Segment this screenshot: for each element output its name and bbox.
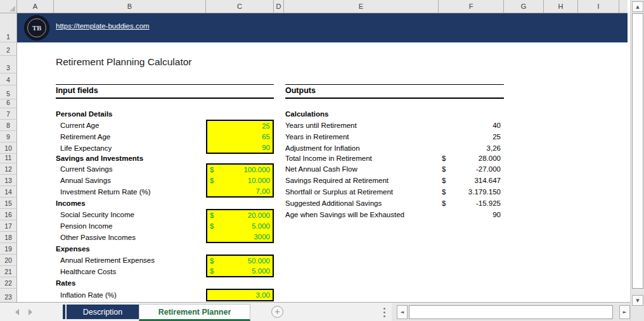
row-header-7[interactable]: 7 [0, 108, 16, 120]
column-header-a[interactable]: A [17, 0, 54, 13]
input-cell-other-passive-incomes[interactable]: 3000 [207, 231, 273, 242]
tab-overflow-dots-icon[interactable] [383, 308, 385, 319]
currency-symbol: $ [442, 154, 446, 163]
sheet-tab-strip: Description Retirement Planner + ◄ ► [0, 302, 630, 321]
column-header-c[interactable]: C [206, 0, 274, 13]
row-header-12[interactable]: 12 [0, 163, 16, 175]
input-cell-block-personal[interactable]: 25 65 90 [206, 120, 274, 154]
row-header-3[interactable]: 3 [0, 56, 16, 73]
output-row-savings-required-at-retirement: Savings Required at Retirement$314.647 [285, 175, 501, 186]
row-header-11[interactable]: 11 [0, 154, 16, 163]
row-header-15[interactable]: 15 [0, 198, 16, 209]
column-header-b[interactable]: B [54, 0, 206, 13]
output-row-years-until-retirement: Years until Retirement40 [285, 120, 501, 131]
input-cell-current-savings[interactable]: $100.000 [207, 165, 273, 175]
row-header-20[interactable]: 20 [0, 255, 16, 266]
hscroll-thumb[interactable] [409, 305, 613, 319]
input-cell-current-age[interactable]: 25 [207, 121, 273, 132]
output-value: -15.925 [476, 198, 501, 209]
input-label-annual-retirement-expenses: Annual Retirement Expenses [60, 255, 155, 266]
currency-symbol: $ [442, 198, 446, 209]
input-value: 5.000 [252, 222, 270, 230]
inputs-heading: Input fields [56, 84, 274, 99]
currency-symbol: $ [210, 257, 214, 265]
input-value: 65 [262, 133, 270, 141]
vscroll-thumb[interactable] [632, 13, 643, 289]
input-cell-healthcare-costs[interactable]: $5.000 [207, 266, 273, 276]
tab-retirement-planner[interactable]: Retirement Planner [139, 304, 250, 321]
add-sheet-button[interactable]: + [271, 306, 283, 318]
output-value: 314.647 [474, 175, 501, 186]
output-row-net-annual-cash-flow: Net Annual Cash Flow$-27.000 [285, 163, 501, 175]
page-title: Retirement Planning Calculator [56, 56, 192, 68]
row-header-2[interactable]: 2 [0, 42, 16, 56]
row-header-21[interactable]: 21 [0, 266, 16, 277]
input-cell-block-incomes[interactable]: $20.000 $5.000 3000 [206, 209, 274, 243]
hscroll-right-arrow[interactable]: ► [619, 305, 630, 319]
output-label: Years until Retirement [285, 120, 357, 131]
column-header-e[interactable]: E [284, 0, 439, 13]
row-header-13[interactable]: 13 [0, 175, 16, 186]
group-label-incomes: Incomes [56, 198, 86, 209]
row-header-16[interactable]: 16 [0, 209, 16, 220]
row-header-18[interactable]: 18 [0, 232, 16, 243]
currency-symbol: $ [442, 175, 446, 186]
output-label: Shortfall or Surplus at Retirement [285, 186, 393, 198]
vscroll-down-arrow[interactable]: ▼ [632, 295, 643, 306]
input-cell-annual-savings[interactable]: $10.000 [207, 175, 273, 186]
column-header-h[interactable]: H [544, 0, 578, 13]
column-header-i[interactable]: I [578, 0, 619, 13]
row-header-5[interactable]: 5 [0, 85, 16, 99]
row-header-17[interactable]: 17 [0, 220, 16, 232]
row-header-9[interactable]: 9 [0, 131, 16, 142]
brand-url-link[interactable]: https://template-buddies.com [56, 22, 150, 30]
input-cell-inflation-rate[interactable]: 3,00 [207, 290, 273, 300]
output-value: 3.179.150 [468, 186, 501, 198]
input-label-current-age: Current Age [60, 120, 99, 131]
row-header-6[interactable]: 6 [0, 99, 16, 108]
input-cell-social-security-income[interactable]: $20.000 [207, 210, 273, 221]
input-label-current-savings: Current Savings [60, 163, 112, 175]
input-cell-life-expectancy[interactable]: 90 [207, 142, 273, 153]
vscroll-up-arrow[interactable]: ▲ [632, 1, 643, 12]
input-label-inflation-rate: Inflation Rate (%) [60, 289, 117, 301]
tab-description[interactable]: Description [67, 305, 139, 319]
input-cell-investment-return-rate[interactable]: 7,00 [207, 186, 273, 196]
input-cell-block-savings[interactable]: $100.000 $10.000 7,00 [206, 163, 274, 198]
row-header-14[interactable]: 14 [0, 186, 16, 198]
column-header-d[interactable]: D [274, 0, 284, 13]
group-label-expenses: Expenses [56, 243, 90, 255]
brand-logo-icon: TB [24, 15, 49, 41]
row-header-1[interactable]: 1 [0, 13, 16, 42]
tab-scroll-left-icon[interactable] [15, 309, 19, 315]
row-header-22[interactable]: 22 [0, 277, 16, 289]
input-cell-retirement-age[interactable]: 65 [207, 132, 273, 142]
row-header-4[interactable]: 4 [0, 73, 16, 85]
output-row-shortfall-or-surplus: Shortfall or Surplus at Retirement$3.179… [285, 186, 501, 198]
input-cell-pension-income[interactable]: $5.000 [207, 221, 273, 232]
input-value: 25 [262, 122, 270, 130]
row-headers: 1 2 3 4 5 6 7 8 9 10 11 12 13 14 15 16 1… [0, 13, 17, 302]
vertical-scrollbar[interactable]: ▲ ▼ [630, 0, 644, 321]
output-value: -27.000 [476, 163, 501, 175]
input-value: 100.000 [243, 166, 270, 173]
output-row-total-income-in-retirement: Total Income in Retirement$28.000 [285, 154, 501, 163]
input-value: 7,00 [256, 187, 270, 195]
input-cell-annual-retirement-expenses[interactable]: $50.000 [207, 256, 273, 266]
input-label-other-passive-incomes: Other Passive Incomes [60, 232, 136, 243]
tab-scroll-right-icon[interactable] [29, 309, 32, 315]
column-header-partial[interactable] [619, 0, 628, 13]
column-header-f[interactable]: F [439, 0, 504, 13]
column-header-g[interactable]: G [504, 0, 544, 13]
row-header-19[interactable]: 19 [0, 243, 16, 255]
select-all-corner[interactable] [0, 0, 17, 13]
row-header-10[interactable]: 10 [0, 142, 16, 154]
input-cell-block-rates[interactable]: 3,00 [206, 289, 274, 301]
input-value: 10.000 [248, 177, 270, 184]
row-header-23[interactable]: 23 [0, 289, 16, 302]
output-label: Suggested Additional Savings [285, 198, 382, 209]
hscroll-left-arrow[interactable]: ◄ [397, 305, 408, 319]
row-header-8[interactable]: 8 [0, 120, 16, 131]
spreadsheet-app: A B C D E F G H I 1 2 3 4 5 6 7 8 9 10 1… [0, 0, 644, 321]
input-cell-block-expenses[interactable]: $50.000 $5.000 [206, 255, 274, 277]
